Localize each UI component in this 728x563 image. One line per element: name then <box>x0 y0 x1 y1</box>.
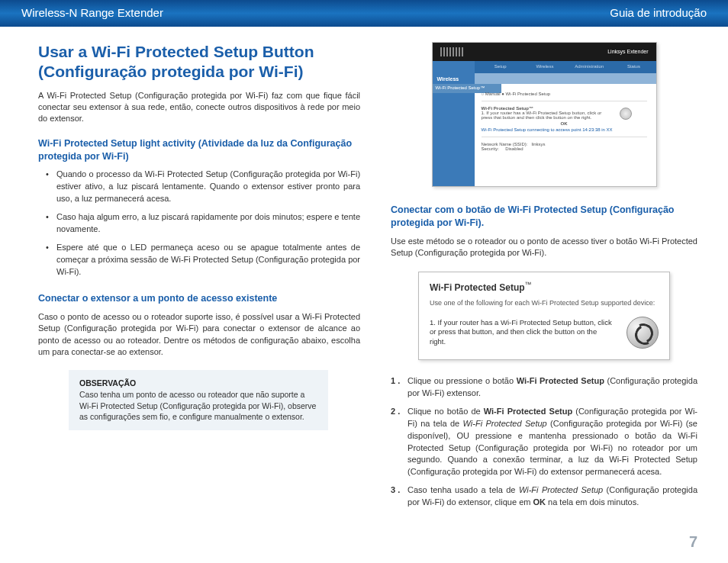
section1-heading: Wi-Fi Protected Setup light activity (At… <box>38 137 360 163</box>
bullet-list: Quando o processo da Wi-Fi Protected Set… <box>38 169 360 278</box>
wps-arrows-icon <box>633 323 652 342</box>
page-header: Wireless-N Range Extender Guia de introd… <box>0 0 728 27</box>
ss-radio-line: ○ Manual ● Wi-Fi Protected Setup <box>482 92 647 96</box>
ss-status: Wi-Fi Protected Setup connecting to acce… <box>482 127 647 132</box>
wps-box-title: Wi-Fi Protected Setup™ <box>430 280 659 294</box>
ss-net-val: linksys <box>532 142 546 146</box>
ss-firmware-label: Linksys Extender <box>607 49 648 54</box>
header-left: Wireless-N Range Extender <box>21 6 163 19</box>
step-text: Clique ou pressione o botão <box>407 376 517 385</box>
wps-title-b: Protected Setup <box>455 282 525 293</box>
ss-security-row: Security: Disabled <box>482 146 647 151</box>
ss-body: ○ Manual ● Wi-Fi Protected Setup Wi-Fi P… <box>477 87 652 182</box>
router-ui-screenshot: Linksys Extender Wireless Setup Wireless… <box>432 42 657 187</box>
intro-paragraph: A Wi-Fi Protected Setup (Configuração pr… <box>38 90 360 125</box>
right-intro: Use este método se o roteador ou o ponto… <box>391 236 697 259</box>
wps-icon <box>620 108 632 120</box>
ss-ok: OK <box>482 121 647 126</box>
bullet-item: Quando o processo da Wi-Fi Protected Set… <box>56 169 360 205</box>
ss-tab: Wireless <box>523 61 567 73</box>
step-text: Caso tenha usado a tela de <box>407 485 519 494</box>
note-box: OBSERVAÇÃO Caso tenha um ponto de acesso… <box>69 370 328 430</box>
wps-tm: ™ <box>525 281 532 288</box>
ss-sub-bar <box>475 73 656 84</box>
left-column: Usar a Wi-Fi Protected Setup Button (Con… <box>38 42 360 507</box>
wps-box-sub: Use one of the following for each Wi-Fi … <box>430 298 659 307</box>
step-bold: Wi-Fi Protected Setup <box>484 407 572 416</box>
section2-body: Caso o ponto de acesso ou o roteador sup… <box>38 311 360 359</box>
note-body: Caso tenha um ponto de acesso ou roteado… <box>79 389 317 423</box>
ss-tab: Setup <box>478 61 523 73</box>
step-bold: Wi-Fi Protected Setup <box>517 376 604 385</box>
header-right: Guia de introdução <box>610 6 707 19</box>
manual-page: Wireless-N Range Extender Guia de introd… <box>0 0 728 563</box>
ss-top-bar: Linksys Extender <box>433 43 656 61</box>
ss-wireless-label: Wireless <box>433 61 475 82</box>
wps-box-row: 1. If your router has a Wi-Fi Protected … <box>430 317 659 349</box>
content-area: Usar a Wi-Fi Protected Setup Button (Con… <box>0 27 728 515</box>
section2-heading: Conectar o extensor a um ponto de acesso… <box>38 292 360 305</box>
step-italic: Wi-Fi Protected Setup <box>463 419 547 428</box>
step-item: Clique ou pressione o botão Wi-Fi Protec… <box>407 375 697 400</box>
steps-list: Clique ou pressione o botão Wi-Fi Protec… <box>391 375 697 509</box>
page-number: 7 <box>689 533 697 551</box>
ss-tab: Administration <box>567 61 611 73</box>
step-item: Clique no botão de Wi-Fi Protected Setup… <box>407 406 697 479</box>
bullet-item: Espere até que o LED permaneça aceso ou … <box>56 242 360 278</box>
wps-box-text: 1. If your router has a Wi-Fi Protected … <box>430 318 614 347</box>
right-heading: Conectar com o botão de Wi-Fi Protected … <box>391 204 697 230</box>
bullet-item: Caso haja algum erro, a luz piscará rapi… <box>56 211 360 236</box>
step-text: Clique no botão de <box>407 407 484 416</box>
main-heading: Usar a Wi-Fi Protected Setup Button (Con… <box>38 42 360 82</box>
step-bold: OK <box>533 497 546 507</box>
ss-wps-text: 1. If your router has a Wi-Fi Protected … <box>482 111 604 120</box>
wps-button-icon <box>627 317 659 349</box>
right-column: Linksys Extender Wireless Setup Wireless… <box>391 42 697 507</box>
ss-sec-val: Disabled <box>505 146 523 151</box>
step-text: na tela em dois minutos. <box>546 497 639 507</box>
wps-callout-box: Wi-Fi Protected Setup™ Use one of the fo… <box>418 272 670 360</box>
ss-sec-label: Security: <box>482 146 499 151</box>
ss-sidebar: Wireless <box>433 61 475 186</box>
wps-title-a: Wi-Fi <box>430 282 455 293</box>
note-label: OBSERVAÇÃO <box>79 378 317 389</box>
step-item: Caso tenha usado a tela de Wi-Fi Protect… <box>407 484 697 509</box>
ss-tab: Status <box>611 61 656 73</box>
step-italic: Wi-Fi Protected Setup <box>519 485 603 494</box>
